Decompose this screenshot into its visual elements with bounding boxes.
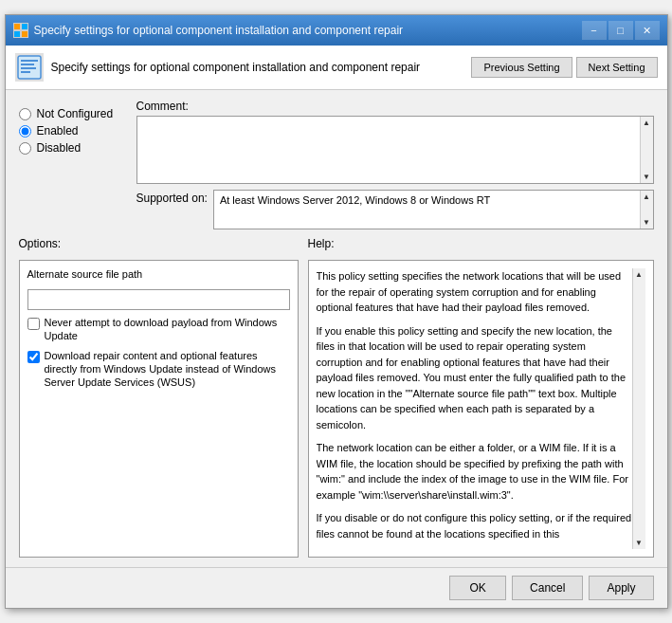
never-download-label: Never attempt to download payload from W… <box>45 316 290 343</box>
enabled-label: Enabled <box>37 124 79 137</box>
options-section-label: Options: <box>19 237 299 250</box>
svg-rect-3 <box>22 31 27 37</box>
header-left: Specify settings for optional component … <box>15 53 421 82</box>
help-scroll-up[interactable]: ▲ <box>633 268 645 281</box>
svg-rect-7 <box>21 67 36 69</box>
supported-scroll-down[interactable]: ▼ <box>641 216 653 229</box>
right-top-section: Comment: ▲ ▼ Supported on: At least <box>136 100 654 229</box>
download-directly-label: Download repair content and optional fea… <box>45 349 290 390</box>
supported-scroll-thumb <box>641 203 653 216</box>
apply-button[interactable]: Apply <box>589 576 653 600</box>
supported-value: At least Windows Server 2012, Windows 8 … <box>214 191 640 229</box>
svg-rect-2 <box>14 31 20 37</box>
title-bar-left: Specify settings for optional component … <box>13 23 404 38</box>
comment-textarea[interactable] <box>137 117 640 183</box>
disabled-row: Disabled <box>19 141 123 155</box>
app-icon <box>13 23 28 38</box>
supported-section: Supported on: At least Windows Server 20… <box>136 190 654 229</box>
radio-section: Not Configured Enabled Disabled <box>19 100 123 229</box>
svg-rect-5 <box>21 60 38 62</box>
comment-section: Comment: ▲ ▼ <box>136 100 654 184</box>
not-configured-row: Not Configured <box>19 107 123 120</box>
help-para-4: If you disable or do not configure this … <box>317 510 632 541</box>
svg-rect-6 <box>21 64 34 65</box>
title-bar: Specify settings for optional component … <box>6 15 667 46</box>
comment-scrollbar: ▲ ▼ <box>640 117 653 183</box>
download-directly-row: Download repair content and optional fea… <box>27 349 290 390</box>
svg-rect-1 <box>22 24 27 29</box>
help-section-label: Help: <box>308 237 654 250</box>
comment-scroll-thumb <box>641 129 653 171</box>
help-scrollbar: ▲ ▼ <box>632 268 645 549</box>
help-scroll-thumb <box>633 281 645 537</box>
never-download-row: Never attempt to download payload from W… <box>27 316 290 343</box>
content-area: Not Configured Enabled Disabled Comment: <box>6 90 667 567</box>
supported-box-wrapper: At least Windows Server 2012, Windows 8 … <box>213 190 654 229</box>
comment-box-wrapper: ▲ ▼ <box>136 116 654 184</box>
minimize-button[interactable]: − <box>582 21 607 40</box>
help-panel: This policy setting specifies the networ… <box>308 260 654 558</box>
enabled-radio[interactable] <box>19 125 31 137</box>
next-setting-button[interactable]: Next Setting <box>576 57 658 78</box>
help-scroll-down[interactable]: ▼ <box>633 537 645 549</box>
supported-label: Supported on: <box>136 190 208 205</box>
section-labels-row: Options: Help: <box>19 237 654 250</box>
maximize-button[interactable]: □ <box>608 21 633 40</box>
alt-source-label: Alternate source file path <box>27 268 290 280</box>
comment-scroll-down[interactable]: ▼ <box>641 171 653 183</box>
title-controls: − □ ✕ <box>582 21 660 40</box>
policy-icon <box>15 53 44 82</box>
options-panel: Alternate source file path Never attempt… <box>19 260 299 558</box>
help-para-1: This policy setting specifies the networ… <box>317 268 632 316</box>
close-button[interactable]: ✕ <box>635 21 660 40</box>
header-title: Specify settings for optional component … <box>51 61 421 74</box>
footer: OK Cancel Apply <box>6 567 667 608</box>
window-title: Specify settings for optional component … <box>34 24 404 37</box>
not-configured-label: Not Configured <box>37 107 114 120</box>
supported-scroll-up[interactable]: ▲ <box>641 191 653 203</box>
svg-rect-8 <box>21 71 30 73</box>
cancel-button[interactable]: Cancel <box>512 576 583 600</box>
header-bar: Specify settings for optional component … <box>6 46 667 90</box>
disabled-radio[interactable] <box>19 142 31 155</box>
help-para-3: The network location can be either a fol… <box>317 440 632 503</box>
comment-label: Comment: <box>136 100 654 113</box>
never-download-checkbox[interactable] <box>27 318 40 330</box>
top-section: Not Configured Enabled Disabled Comment: <box>19 100 654 229</box>
disabled-label: Disabled <box>37 141 82 155</box>
help-text-area: This policy setting specifies the networ… <box>317 268 632 549</box>
header-buttons: Previous Setting Next Setting <box>471 57 657 78</box>
alt-source-input[interactable] <box>27 289 290 310</box>
comment-scroll-up[interactable]: ▲ <box>641 117 653 129</box>
previous-setting-button[interactable]: Previous Setting <box>471 57 572 78</box>
enabled-row: Enabled <box>19 124 123 137</box>
main-window: Specify settings for optional component … <box>5 14 668 609</box>
supported-scrollbar: ▲ ▼ <box>640 191 653 229</box>
options-help-row: Alternate source file path Never attempt… <box>19 260 654 558</box>
svg-rect-0 <box>14 24 20 29</box>
help-para-2: If you enable this policy setting and sp… <box>317 323 632 433</box>
ok-button[interactable]: OK <box>449 576 506 600</box>
not-configured-radio[interactable] <box>19 108 31 120</box>
download-directly-checkbox[interactable] <box>27 351 40 363</box>
